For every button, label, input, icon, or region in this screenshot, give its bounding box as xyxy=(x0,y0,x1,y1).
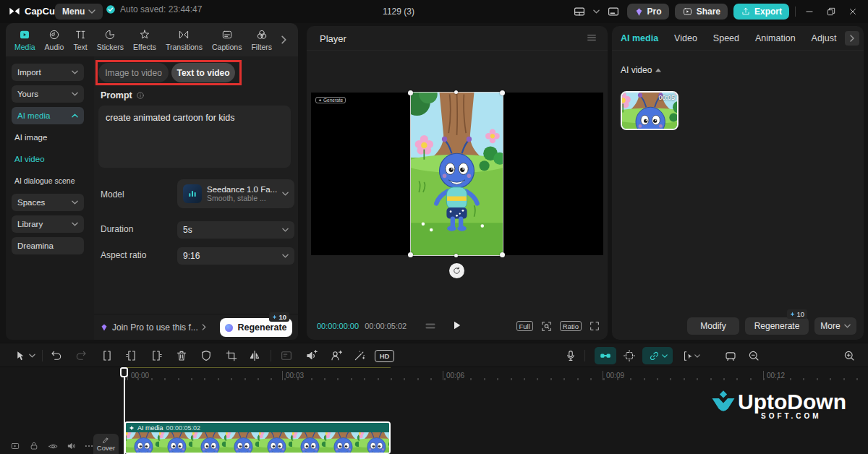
cover-button[interactable]: Cover xyxy=(93,434,119,454)
mirror-button[interactable] xyxy=(247,348,262,363)
regenerate-button-inspector[interactable]: Regenerate 10 xyxy=(745,317,809,335)
media-tab-captions[interactable]: Captions xyxy=(212,29,242,51)
sidebar-item-import[interactable]: Import xyxy=(12,64,84,81)
modify-button[interactable]: Modify xyxy=(687,317,739,335)
hd-button[interactable]: HD xyxy=(375,350,394,362)
selection-handle[interactable] xyxy=(500,90,505,95)
chevron-down-icon[interactable] xyxy=(593,9,600,14)
tab-adjust[interactable]: Adjust xyxy=(812,33,837,43)
selection-handle[interactable] xyxy=(408,252,413,257)
rotate-icon xyxy=(452,266,461,275)
sidebar-item-spaces[interactable]: Spaces xyxy=(12,194,84,211)
sidebar-item-ai-dialogue-scene[interactable]: AI dialogue scene xyxy=(12,172,88,189)
export-button[interactable]: Export xyxy=(733,4,789,20)
media-tab-transitions[interactable]: Transitions xyxy=(166,29,203,51)
text-to-video-tab[interactable]: Text to video xyxy=(171,63,235,82)
media-tab-filters[interactable]: Filters xyxy=(251,29,272,51)
selection-handle[interactable] xyxy=(500,252,505,257)
link-toggle-button[interactable] xyxy=(595,347,616,364)
mute-track-button[interactable] xyxy=(65,440,78,453)
pro-button[interactable]: Pro xyxy=(627,4,669,20)
more-button[interactable]: More xyxy=(814,317,856,335)
tabs-overflow-button[interactable] xyxy=(281,35,286,44)
tab-ai-media[interactable]: AI media xyxy=(621,33,658,43)
media-tab-media[interactable]: Media xyxy=(14,29,35,51)
sidebar-item-ai-image[interactable]: AI image xyxy=(12,129,88,146)
magnetic-toggle-button[interactable] xyxy=(622,348,637,363)
image-to-video-tab[interactable]: Image to video xyxy=(98,63,169,82)
preview-quality-button[interactable] xyxy=(279,348,294,363)
sidebar-item-yours[interactable]: Yours xyxy=(12,85,84,103)
undo-button[interactable] xyxy=(49,348,64,363)
tab-animation[interactable]: Animation xyxy=(755,33,796,43)
split-button[interactable] xyxy=(100,348,114,363)
redo-button[interactable] xyxy=(74,348,88,363)
media-tab-effects[interactable]: Effects xyxy=(133,29,156,51)
join-pro-link[interactable]: Join Pro to use this f... xyxy=(100,322,206,333)
prompt-input[interactable]: create animated cartoon for kids xyxy=(98,106,291,168)
delete-left-button[interactable] xyxy=(124,348,139,363)
audio-enhance-button[interactable] xyxy=(305,348,319,363)
regenerate-button[interactable]: Regenerate 10 xyxy=(220,318,292,337)
model-select[interactable]: Seedance 1.0 Fa... Smooth, stable ... xyxy=(177,179,294,208)
rotate-button[interactable] xyxy=(449,263,464,278)
player-panel: Player Generate 00:00:00:00 00:00:05:02 xyxy=(307,26,608,340)
preview-stage[interactable]: Generate xyxy=(311,93,603,255)
selection-handle[interactable] xyxy=(454,254,458,257)
media-tab-stickers[interactable]: Stickers xyxy=(97,29,124,51)
sidebar-item-dreamina[interactable]: Dreamina xyxy=(12,237,84,254)
selection-handle[interactable] xyxy=(408,90,413,95)
player-menu-button[interactable] xyxy=(586,32,597,43)
tab-video[interactable]: Video xyxy=(674,33,697,43)
selection-handle[interactable] xyxy=(454,90,458,94)
text-icon xyxy=(74,29,87,40)
select-tool-button[interactable] xyxy=(13,348,27,363)
sidebar-item-library[interactable]: Library xyxy=(12,215,84,233)
select-tool-chevron[interactable] xyxy=(27,348,36,363)
record-voiceover-button[interactable] xyxy=(563,348,578,363)
media-tab-audio[interactable]: Audio xyxy=(45,29,64,51)
zoom-out-button[interactable] xyxy=(746,348,761,363)
playhead-line[interactable] xyxy=(124,367,125,454)
duration-label: Duration xyxy=(101,224,133,234)
full-preview-button[interactable]: Full xyxy=(516,321,533,331)
mask-button[interactable] xyxy=(199,348,213,363)
zoom-in-button[interactable] xyxy=(842,348,856,363)
ai-video-section-header[interactable]: AI video xyxy=(621,65,661,75)
media-tab-text[interactable]: Text xyxy=(73,29,87,51)
track-options-button[interactable] xyxy=(9,440,22,453)
sidebar-item-ai-media[interactable]: AI media xyxy=(12,107,84,124)
duration-select[interactable]: 5s xyxy=(177,221,294,239)
playhead-handle[interactable] xyxy=(120,367,128,377)
sidebar-item-ai-video[interactable]: AI video xyxy=(12,150,88,168)
restore-button[interactable] xyxy=(823,4,839,20)
enhance-button[interactable] xyxy=(352,348,367,363)
generated-video-thumbnail[interactable]: 00:05 xyxy=(621,91,678,130)
layout-select-button[interactable] xyxy=(571,4,587,20)
share-button[interactable]: Share xyxy=(675,4,728,20)
auto-ripple-button[interactable] xyxy=(642,347,673,364)
keyframe-button[interactable] xyxy=(723,348,738,363)
delete-right-button[interactable] xyxy=(149,348,163,363)
tab-speed[interactable]: Speed xyxy=(713,33,739,43)
menu-button[interactable]: Menu xyxy=(55,4,103,20)
select-mode-button[interactable] xyxy=(680,348,702,363)
delete-button[interactable] xyxy=(174,348,189,363)
timeline-clip[interactable]: AI media 00:00:05:02 xyxy=(124,421,391,454)
toggle-track-visibility-button[interactable] xyxy=(46,440,59,453)
aspect-ratio-select[interactable]: 9:16 xyxy=(177,247,294,265)
play-button[interactable] xyxy=(450,318,463,333)
panel-toggle-button[interactable] xyxy=(605,4,621,20)
minimize-button[interactable] xyxy=(801,4,817,20)
inspector-tabs-overflow-button[interactable] xyxy=(845,31,859,46)
ratio-button[interactable]: Ratio xyxy=(560,321,582,331)
close-button[interactable] xyxy=(845,4,861,20)
zoom-fit-icon[interactable] xyxy=(540,320,553,333)
fullscreen-icon[interactable] xyxy=(589,320,600,332)
frame-compare-button[interactable] xyxy=(423,319,438,333)
crop-button[interactable] xyxy=(224,348,239,363)
avatar-button[interactable] xyxy=(329,348,344,363)
lock-track-button[interactable] xyxy=(27,440,41,453)
video-preview[interactable] xyxy=(411,93,503,255)
divider xyxy=(795,7,796,17)
